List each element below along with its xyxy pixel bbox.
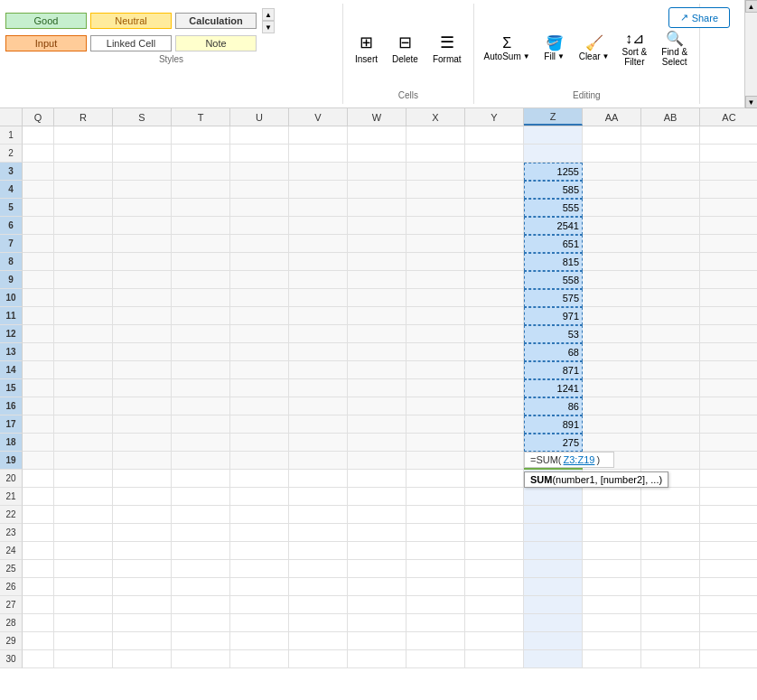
grid-cell-V18[interactable]	[289, 434, 348, 452]
grid-cell-U28[interactable]	[230, 614, 289, 632]
row-header[interactable]: 15	[0, 379, 23, 397]
grid-cell-AA18[interactable]	[583, 434, 641, 452]
ribbon-scroll-down[interactable]: ▼	[745, 96, 758, 108]
grid-cell-AA12[interactable]	[583, 325, 641, 343]
grid-cell-X30[interactable]	[407, 650, 465, 668]
grid-cell-Z6[interactable]: 2541	[524, 217, 583, 235]
ribbon-scroll-up[interactable]: ▲	[745, 0, 758, 13]
grid-cell-V28[interactable]	[289, 614, 348, 632]
grid-cell-R4[interactable]	[54, 181, 113, 199]
grid-cell-AB10[interactable]	[641, 289, 700, 307]
grid-cell-Y10[interactable]	[465, 289, 524, 307]
grid-cell-S20[interactable]	[113, 470, 172, 488]
grid-cell-S27[interactable]	[113, 596, 172, 614]
grid-cell-Y5[interactable]	[465, 199, 524, 217]
grid-cell-Z8[interactable]: 815	[524, 253, 583, 271]
grid-cell-AA14[interactable]	[583, 361, 641, 379]
grid-cell-AC25[interactable]	[700, 560, 757, 578]
grid-cell-R22[interactable]	[54, 506, 113, 524]
grid-cell-S28[interactable]	[113, 614, 172, 632]
row-header[interactable]: 27	[0, 596, 23, 614]
grid-cell-AB30[interactable]	[641, 650, 700, 668]
row-header[interactable]: 20	[0, 470, 23, 488]
sort-filter-button[interactable]: ↕⊿ Sort &Filter	[615, 16, 653, 79]
grid-cell-W12[interactable]	[348, 325, 407, 343]
grid-cell-R2[interactable]	[54, 145, 113, 163]
grid-cell-Z22[interactable]	[524, 506, 583, 524]
grid-cell-U25[interactable]	[230, 560, 289, 578]
grid-cell-Q28[interactable]	[23, 614, 54, 632]
grid-cell-W25[interactable]	[348, 560, 407, 578]
grid-cell-S11[interactable]	[113, 307, 172, 325]
grid-cell-S21[interactable]	[113, 488, 172, 506]
grid-cell-W5[interactable]	[348, 199, 407, 217]
grid-cell-Q17[interactable]	[23, 415, 54, 434]
grid-cell-W20[interactable]	[348, 470, 407, 488]
grid-cell-Z21[interactable]	[524, 488, 583, 506]
style-calculation[interactable]: Calculation	[175, 13, 257, 29]
grid-cell-AB22[interactable]	[641, 506, 700, 524]
grid-cell-T7[interactable]	[172, 235, 230, 253]
grid-cell-Q23[interactable]	[23, 524, 54, 542]
grid-cell-W23[interactable]	[348, 524, 407, 542]
grid-cell-U1[interactable]	[230, 126, 289, 145]
grid-cell-AB16[interactable]	[641, 397, 700, 415]
grid-cell-Q11[interactable]	[23, 307, 54, 325]
grid-cell-T11[interactable]	[172, 307, 230, 325]
grid-cell-X12[interactable]	[407, 325, 465, 343]
grid-cell-Y9[interactable]	[465, 271, 524, 289]
col-header-X[interactable]: X	[407, 108, 465, 126]
grid-cell-AC10[interactable]	[700, 289, 757, 307]
grid-cell-X8[interactable]	[407, 253, 465, 271]
grid-cell-Y29[interactable]	[465, 632, 524, 650]
grid-cell-Q19[interactable]	[23, 452, 54, 470]
grid-cell-Y6[interactable]	[465, 217, 524, 235]
grid-cell-R11[interactable]	[54, 307, 113, 325]
grid-cell-AB24[interactable]	[641, 542, 700, 560]
grid-cell-R9[interactable]	[54, 271, 113, 289]
grid-cell-T26[interactable]	[172, 578, 230, 596]
col-header-Z[interactable]: Z	[524, 108, 583, 126]
grid-cell-Z25[interactable]	[524, 560, 583, 578]
grid-cell-Y16[interactable]	[465, 397, 524, 415]
grid-cell-AA13[interactable]	[583, 343, 641, 361]
grid-cell-Q27[interactable]	[23, 596, 54, 614]
grid-cell-Z12[interactable]: 53	[524, 325, 583, 343]
col-header-Q[interactable]: Q	[23, 108, 54, 126]
grid-cell-AA27[interactable]	[583, 596, 641, 614]
grid-cell-Y15[interactable]	[465, 379, 524, 397]
grid-cell-Z30[interactable]	[524, 650, 583, 668]
grid-cell-W14[interactable]	[348, 361, 407, 379]
grid-cell-AB28[interactable]	[641, 614, 700, 632]
grid-cell-W21[interactable]	[348, 488, 407, 506]
grid-cell-Z10[interactable]: 575	[524, 289, 583, 307]
grid-cell-AC21[interactable]	[700, 488, 757, 506]
grid-cell-S9[interactable]	[113, 271, 172, 289]
grid-cell-AB11[interactable]	[641, 307, 700, 325]
grid-cell-S24[interactable]	[113, 542, 172, 560]
grid-cell-R8[interactable]	[54, 253, 113, 271]
grid-cell-W1[interactable]	[348, 126, 407, 145]
grid-cell-U16[interactable]	[230, 397, 289, 415]
grid-cell-S12[interactable]	[113, 325, 172, 343]
grid-cell-X2[interactable]	[407, 145, 465, 163]
grid-cell-AA23[interactable]	[583, 524, 641, 542]
grid-cell-V7[interactable]	[289, 235, 348, 253]
grid-cell-W2[interactable]	[348, 145, 407, 163]
grid-cell-R27[interactable]	[54, 596, 113, 614]
grid-cell-X7[interactable]	[407, 235, 465, 253]
grid-cell-X26[interactable]	[407, 578, 465, 596]
grid-cell-T24[interactable]	[172, 542, 230, 560]
grid-cell-X6[interactable]	[407, 217, 465, 235]
grid-cell-AB14[interactable]	[641, 361, 700, 379]
grid-cell-AA28[interactable]	[583, 614, 641, 632]
grid-cell-U12[interactable]	[230, 325, 289, 343]
grid-cell-V6[interactable]	[289, 217, 348, 235]
row-header[interactable]: 10	[0, 289, 23, 307]
grid-cell-T1[interactable]	[172, 126, 230, 145]
grid-cell-Y13[interactable]	[465, 343, 524, 361]
grid-cell-S30[interactable]	[113, 650, 172, 668]
grid-cell-U27[interactable]	[230, 596, 289, 614]
grid-cell-Q12[interactable]	[23, 325, 54, 343]
grid-cell-X10[interactable]	[407, 289, 465, 307]
